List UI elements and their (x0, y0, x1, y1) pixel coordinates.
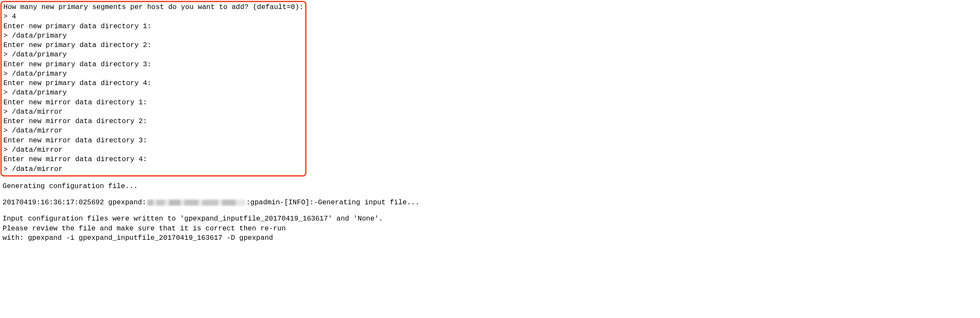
redacted-hostname (147, 200, 245, 206)
input-line: > /data/primary (3, 69, 304, 79)
highlighted-terminal-region: How many new primary segments per host d… (0, 1, 306, 177)
log-line: Generating configuration file... (2, 182, 978, 191)
prompt-line: Enter new primary data directory 1: (3, 22, 304, 31)
log-output: Generating configuration file... 2017041… (0, 182, 980, 243)
prompt-line: Enter new primary data directory 3: (3, 60, 304, 69)
input-line: > /data/mirror (3, 165, 304, 174)
input-line: > /data/mirror (3, 126, 304, 135)
log-timestamp-suffix: :gpadmin-[INFO]:-Generating input file..… (246, 198, 420, 206)
log-line: Please review the file and make sure tha… (2, 224, 978, 233)
prompt-line: Enter new primary data directory 2: (3, 41, 304, 50)
input-line: > /data/mirror (3, 145, 304, 155)
prompt-line: Enter new primary data directory 4: (3, 79, 304, 88)
log-timestamp-prefix: 20170419:16:36:17:025692 gpexpand: (3, 198, 146, 206)
prompt-line: Enter new mirror data directory 4: (3, 155, 304, 164)
input-line: > /data/primary (3, 31, 304, 41)
prompt-line: How many new primary segments per host d… (3, 3, 304, 12)
input-line: > /data/mirror (3, 107, 304, 117)
log-line: with: gpexpand -i gpexpand_inputfile_201… (2, 233, 978, 243)
prompt-line: Enter new mirror data directory 3: (3, 136, 304, 145)
input-line: > /data/primary (3, 88, 304, 97)
prompt-line: Enter new mirror data directory 2: (3, 117, 304, 126)
prompt-line: Enter new mirror data directory 1: (3, 98, 304, 107)
log-line-timestamp: 20170419:16:36:17:025692 gpexpand::gpadm… (2, 198, 978, 207)
input-line: > /data/primary (3, 50, 304, 59)
input-line: > 4 (3, 12, 304, 21)
log-line: Input configuration files were written t… (2, 214, 978, 224)
